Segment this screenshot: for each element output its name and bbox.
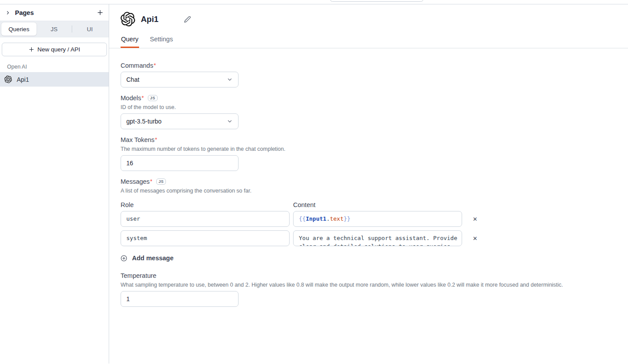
tab-settings[interactable]: Settings [150,36,173,48]
add-message-label: Add message [132,255,173,262]
add-message-button[interactable]: Add message [121,255,173,262]
query-editor: Api1 Query Settings Commands* Chat [109,4,628,364]
chevron-down-icon [227,76,233,83]
top-toolbar-cutoff [330,0,423,2]
pages-header: Pages [0,4,109,21]
js-badge[interactable]: JS [148,95,158,101]
models-label: Models* [121,95,144,102]
models-select[interactable]: gpt-3.5-turbo [121,113,239,129]
commands-label: Commands* [121,62,156,69]
message-row: system You are a technical support assis… [121,230,617,246]
max-tokens-value: 16 [126,160,133,167]
sidebar-item-api1[interactable]: Api1 [0,72,109,87]
sidebar: Pages Queries JS UI New query / API Open… [0,4,109,364]
js-badge[interactable]: JS [156,178,166,185]
max-tokens-section: Max Tokens* The maximum number of tokens… [121,136,617,171]
content-input[interactable]: {{Input1.text}} [293,211,462,227]
app-window: Pages Queries JS UI New query / API Open… [0,0,628,364]
query-title: Api1 [141,15,158,24]
max-tokens-description: The maximum number of tokens to generate… [121,146,617,152]
role-input[interactable]: user [121,211,290,227]
temperature-label: Temperature [121,272,156,279]
temperature-value: 1 [126,295,130,302]
chevron-down-icon [227,118,233,124]
sidebar-item-label: Api1 [17,76,29,83]
role-input[interactable]: system [121,230,290,246]
content-column-header: Content [293,201,462,208]
edit-name-button[interactable] [184,16,191,23]
commands-section: Commands* Chat [121,62,617,87]
models-description: ID of the model to use. [121,104,617,110]
tab-queries[interactable]: Queries [1,22,37,36]
role-column-header: Role [121,201,290,208]
sidebar-tab-strip: Queries JS UI [0,21,109,37]
query-group-label: Open AI [7,64,102,70]
query-header: Api1 [109,4,628,26]
commands-select[interactable]: Chat [121,72,239,87]
plus-circle-icon [121,255,127,262]
message-row: user {{Input1.text}} ✕ [121,211,617,227]
max-tokens-label: Max Tokens* [121,136,157,143]
remove-message-button[interactable]: ✕ [472,215,478,223]
pages-title: Pages [15,9,34,16]
temperature-description: What sampling temperature to use, betwee… [121,282,617,288]
editor-tabs: Query Settings [109,36,628,48]
temperature-section: Temperature What sampling temperature to… [121,272,617,307]
content-input[interactable]: You are a technical support assistant. P… [293,230,462,246]
tab-query[interactable]: Query [121,36,139,48]
top-bar-edge [0,0,628,4]
tab-ui[interactable]: UI [72,22,107,36]
messages-column-headers: Role Content [121,201,617,208]
messages-section: Messages* JS A list of messages comprisi… [121,178,617,262]
query-form: Commands* Chat Models* JS ID o [109,48,628,323]
models-select-value: gpt-3.5-turbo [126,118,162,125]
tab-js[interactable]: JS [37,22,72,36]
models-section: Models* JS ID of the model to use. gpt-3… [121,95,617,129]
remove-message-button[interactable]: ✕ [472,235,478,242]
add-page-button[interactable] [96,8,104,17]
commands-select-value: Chat [126,76,140,83]
new-query-button-label: New query / API [37,46,80,53]
temperature-input[interactable]: 1 [121,291,239,307]
messages-description: A list of messages comprising the conver… [121,188,617,194]
chevron-right-icon[interactable] [4,9,11,16]
new-query-button[interactable]: New query / API [2,43,107,56]
messages-label: Messages* [121,178,152,185]
max-tokens-input[interactable]: 16 [121,155,239,171]
openai-logo [121,12,135,26]
openai-icon [4,76,12,83]
